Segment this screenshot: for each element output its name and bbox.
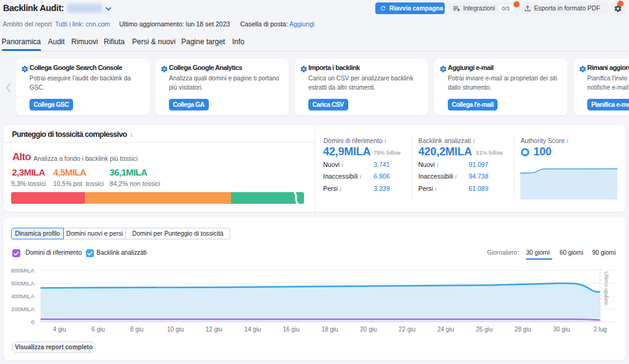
svg-text:20 giu: 20 giu — [360, 326, 377, 333]
svg-text:30 giu: 30 giu — [553, 326, 569, 333]
svg-text:0: 0 — [31, 319, 34, 325]
svg-text:6 giu: 6 giu — [92, 326, 105, 333]
svg-text:4 giu: 4 giu — [53, 326, 66, 333]
svg-text:28 giu: 28 giu — [515, 326, 531, 333]
svg-text:10 giu: 10 giu — [167, 326, 184, 333]
svg-text:12 giu: 12 giu — [206, 326, 222, 333]
svg-text:400MILA: 400MILA — [11, 293, 35, 300]
svg-text:16 giu: 16 giu — [283, 326, 299, 333]
svg-text:26 giu: 26 giu — [476, 326, 493, 333]
svg-text:22 giu: 22 giu — [399, 326, 415, 333]
svg-text:200MILA: 200MILA — [11, 306, 35, 312]
svg-text:14 giu: 14 giu — [244, 326, 261, 333]
svg-text:18 giu: 18 giu — [321, 326, 338, 333]
svg-text:24 giu: 24 giu — [437, 326, 454, 333]
svg-text:8 giu: 8 giu — [130, 326, 144, 333]
svg-text:600MILA: 600MILA — [11, 280, 35, 287]
svg-text:Ultimo update: Ultimo update — [603, 271, 609, 306]
svg-text:2 lug: 2 lug — [593, 326, 607, 333]
svg-text:800MILA: 800MILA — [11, 267, 35, 274]
